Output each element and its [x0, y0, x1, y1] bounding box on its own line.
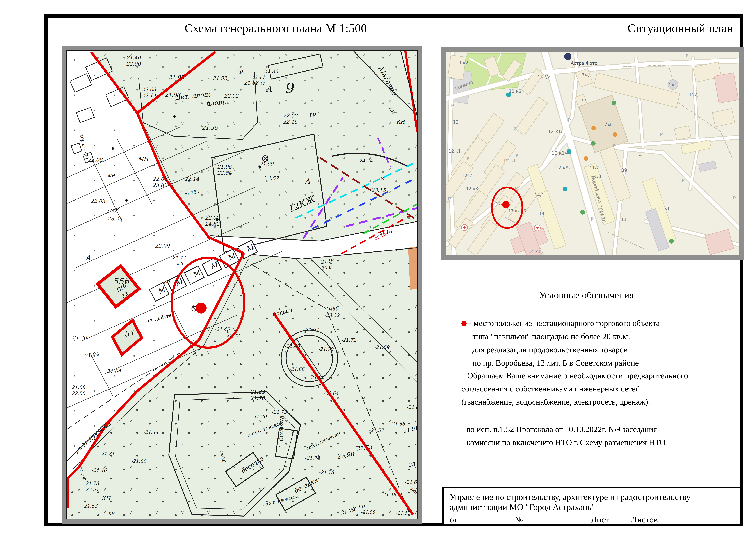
- genplan-map-label: 23.80: [152, 182, 168, 188]
- sitplan-map-label: Р: [515, 153, 519, 158]
- genplan-map-label: гр.: [237, 68, 244, 74]
- sitplan-map-label: 11/2: [589, 165, 599, 170]
- sitplan-map-label: Р: [513, 127, 516, 132]
- genplan-map-label: А: [305, 177, 310, 185]
- sitplan-map-label: 12 к1: [449, 149, 461, 154]
- genplan-map-label: кн: [108, 510, 115, 516]
- sitplan-map-label: 12 к2/2: [533, 74, 551, 79]
- genplan-map-label: 21.92: [213, 75, 227, 81]
- sitplan-map-label: Р: [733, 195, 736, 201]
- genplan-map-label: -21.56: [390, 421, 405, 427]
- sitplan-map-label: Р: [515, 186, 518, 191]
- footer-line-2: администрации МО "Город Астрахань": [449, 502, 740, 512]
- genplan-map-label: 22.02: [224, 93, 239, 99]
- genplan-map-label: к: [381, 175, 384, 181]
- footer-stamp-box: Управление по строительству, архитектуре…: [442, 487, 742, 525]
- genplan-map-label: 21.68: [72, 384, 86, 390]
- genplan-map-label: 21.64: [107, 368, 121, 374]
- footer-line-1: Управление по строительству, архитектуре…: [449, 492, 740, 502]
- genplan-map-label: 22.08: [88, 157, 103, 163]
- sitplan-map-label: 12 лит Б: [508, 209, 526, 213]
- footer-number-blank: [525, 520, 585, 522]
- genplan-map-label: А: [85, 253, 91, 262]
- genplan-map-label: -21.51: [396, 510, 410, 516]
- protocol-line-1: во исп. п.1.52 Протокола от 10.10.2022г.…: [467, 423, 741, 436]
- genplan-map-label: КН: [101, 495, 111, 501]
- legend-line-1-text: - местоположение нестационарного торгово…: [469, 319, 660, 328]
- genplan-map-label: 9: [284, 80, 294, 97]
- sitplan-map-label: 7з: [581, 97, 586, 102]
- genplan-map-label: -24.74: [357, 158, 373, 163]
- genplan-map-label: 21.86: [244, 80, 258, 86]
- sitplan-map-label: 12а: [496, 201, 504, 206]
- genplan-map-label: -21.53: [82, 503, 98, 509]
- genplan-map-label: КН: [396, 119, 405, 125]
- genplan-map-label: А: [266, 84, 272, 93]
- genplan-map-label: 22.15: [283, 119, 298, 125]
- sitplan-map-label: 12 к/5: [555, 165, 570, 170]
- sitplan-map-label: Р: [568, 118, 571, 123]
- genplan-map-label: 22.00: [126, 61, 141, 67]
- protocol-line-2: комиссии по включению НТО в Схему размещ…: [467, 436, 741, 449]
- genplan-map-label: -21.74: [305, 455, 320, 461]
- legend-line-1: - местоположение нестационарного торгово…: [461, 317, 736, 330]
- sitplan-map-label: 14 к1: [528, 249, 541, 254]
- genplan-map-label: 23.2X: [107, 215, 123, 222]
- sitplan-map-label: 9: [638, 153, 642, 158]
- genplan-map-label: 21.80: [264, 69, 279, 74]
- sitplan-map-label: 11: [621, 217, 627, 222]
- genplan-map-label: -21.69: [285, 343, 300, 349]
- sitplan-map-label: Р: [448, 196, 451, 202]
- genplan-map-label: 21.78: [85, 481, 99, 486]
- sitplan-map-label: 7 к1: [667, 82, 678, 87]
- sitplan-map-label: 12 к1: [503, 158, 516, 163]
- genplan-map-label: -21.59: [323, 306, 338, 311]
- genplan-map-label: 22.04: [217, 170, 231, 176]
- footer-fields: от№ЛистЛистов: [449, 515, 740, 525]
- astra-foto-marker-icon: [564, 53, 572, 60]
- sitplan-map-label: 7а: [604, 121, 611, 127]
- sitplan-map-label: 12 к3: [466, 186, 478, 191]
- sitplan-map-label: 15д: [689, 92, 698, 97]
- sitplan-map-label: Р: [449, 76, 452, 81]
- sitplan-map: 9 к2Астра Фото12 к2/2конина12 к27ж7з7а7 …: [446, 51, 740, 255]
- notice-line-2: согласования с собственниками инженерных…: [461, 382, 736, 395]
- genplan-map-label: 24.82: [205, 221, 220, 227]
- sitplan-map-label: Р: [682, 178, 685, 183]
- sitplan-map-label: 12 к2: [509, 89, 522, 94]
- genplan-map-label: -21.61: [405, 479, 417, 485]
- sitplan-map-label: 14/1: [535, 192, 544, 198]
- genplan-map-label: 21.95: [168, 74, 184, 80]
- genplan-map-label: 22.07: [283, 113, 298, 119]
- sitplan-map-label: Р: [590, 217, 594, 222]
- genplan-map-label: МН: [138, 156, 149, 162]
- genplan-map-label: 21.93: [165, 92, 181, 98]
- sitplan-svg: 9 к2Астра Фото12 к2/2конина12 к27ж7з7а7 …: [446, 52, 739, 255]
- genplan-map-label: 21.99: [260, 161, 274, 167]
- footer-sheets-blank: [660, 520, 680, 522]
- genplan-map-label: -21.44: [143, 430, 158, 435]
- genplan-map-label: -21.48: [381, 492, 396, 497]
- legend-red-dot-icon: [461, 321, 467, 326]
- footer-number-label: №: [515, 515, 523, 524]
- sitplan-map-frame: 9 к2Астра Фото12 к2/2конина12 к27ж7з7а7 …: [441, 47, 744, 260]
- genplan-map-label: 22.14: [184, 176, 200, 182]
- genplan-map-frame: v: [62, 46, 422, 524]
- genplan-map-label: -21.85: [407, 404, 417, 410]
- sitplan-map-label: 12 к1/1: [548, 129, 565, 134]
- genplan-svg: v: [67, 51, 417, 519]
- genplan-map-label: заб: [176, 261, 183, 266]
- genplan-map-label: 22.11: [251, 74, 265, 80]
- genplan-map-label: 21.96: [217, 164, 232, 170]
- sitplan-map-label: Р: [686, 53, 688, 58]
- footer-sheet-blank: [611, 520, 627, 522]
- sitplan-map-label: 9 к2: [458, 60, 469, 66]
- genplan-map-label: -21.67: [304, 327, 319, 332]
- genplan-map-label: 23.57: [264, 175, 280, 181]
- sitplan-map-label: 12 к1/4: [552, 150, 569, 156]
- genplan-map-label: -21.45: [215, 326, 230, 332]
- genplan-map-label: -21.65: [309, 375, 324, 380]
- genplan-map-label: -21.70: [252, 414, 267, 419]
- legend-line-2: типа "павильон" площадью не более 20 кв.…: [461, 330, 736, 343]
- sitplan-map-label: 7ж: [582, 72, 589, 78]
